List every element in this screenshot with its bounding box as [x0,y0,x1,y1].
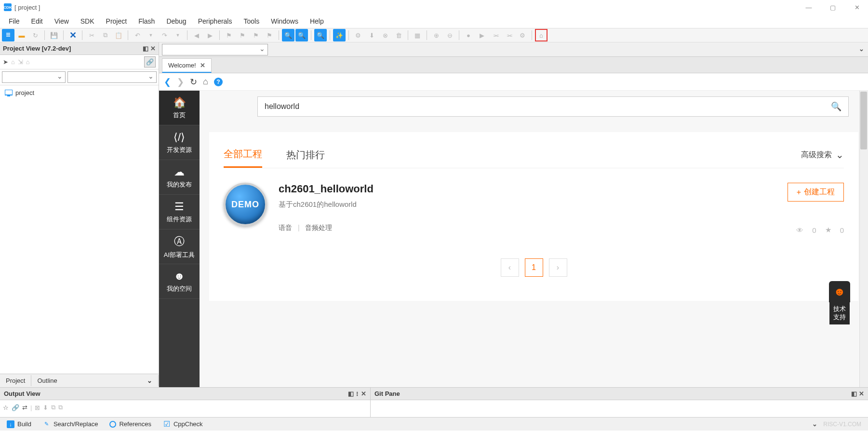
nav-refresh-icon[interactable]: ↻ [190,77,197,87]
git-close-icon[interactable]: ✕ [859,390,864,397]
collapse-tree-icon[interactable]: ⇲ [18,58,23,66]
status-tab-cppcheck[interactable]: ☑ CppCheck [158,419,208,430]
search-files-icon[interactable]: 🔍 [314,29,327,41]
tab-all-projects[interactable]: 全部工程 [224,142,262,168]
menu-tools[interactable]: Tools [239,15,264,27]
project-combo-1[interactable] [2,71,66,83]
output-pin-icon[interactable]: ⫶ [356,390,359,397]
minimize-button[interactable]: — [801,0,816,14]
circle-icon [109,421,116,428]
tab-project[interactable]: Project [0,375,31,386]
sidebar-item-ai-deploy[interactable]: Ⓐ AI部署工具 [159,229,200,264]
advanced-search-label: 高级搜索 [801,150,832,160]
close-window-button[interactable]: ✕ [850,0,864,14]
svg-rect-2 [7,95,10,96]
menu-windows[interactable]: Windows [266,15,303,27]
sidebar-item-home[interactable]: 🏠 首页 [159,91,200,125]
git-detach-icon[interactable]: ◧ [851,390,857,397]
project-view-toolbar: ➤ ⌂ ⇲ ⌂ 🔗 [0,55,159,69]
output-detach-icon[interactable]: ◧ [348,390,354,397]
status-tab-references[interactable]: References [105,419,156,429]
find-resource-icon[interactable]: 🔍 [295,29,308,41]
nav-back-icon[interactable]: ❮ [164,77,171,87]
menu-project[interactable]: Project [101,15,132,27]
nav-help-icon[interactable]: ? [214,78,223,86]
tab-outline[interactable]: Outline ⌄ [31,375,159,386]
menu-sdk[interactable]: SDK [76,15,99,27]
page-prev-button[interactable]: ‹ [501,258,519,277]
tech-support-float[interactable]: ☻ 技术 支持 [826,281,854,324]
close-all-icon[interactable]: ✕ [67,29,79,41]
menu-edit[interactable]: Edit [27,15,48,27]
zoom-out-icon: ⊖ [443,29,456,41]
cursor-icon[interactable]: ➤ [3,58,8,66]
output-wrap-icon[interactable]: ⇄ [22,404,27,411]
menu-debug[interactable]: Debug [161,15,191,27]
home-icon[interactable]: ⌂ [535,29,548,41]
new-file-icon[interactable] [2,29,14,41]
create-project-button[interactable]: + 创建工程 [788,183,844,202]
status-tab-build[interactable]: ↓ Build [2,419,36,430]
home-tree-icon[interactable]: ⌂ [11,58,15,66]
welcome-scrollbar[interactable] [859,91,868,387]
sidebar-item-dev-resources[interactable]: ⟨/⟩ 开发资源 [159,125,200,160]
maximize-button[interactable]: ▢ [826,0,840,14]
tab-popular[interactable]: 热门排行 [286,143,325,167]
status-tab-search[interactable]: ✎ Search/Replace [38,419,103,430]
result-title[interactable]: ch2601_helloworld [279,183,776,195]
output-clear-icon[interactable]: ⊠ [35,404,40,411]
menu-flash[interactable]: Flash [134,15,160,27]
project-view-title: Project View [v7.2-dev] [3,45,71,52]
open-folder-icon[interactable]: ▬ [15,29,28,41]
find-icon[interactable]: 🔍 [282,29,294,41]
welcome-content: 🔍 全部工程 热门排行 高级搜索 ⌄ DEMO [200,91,868,387]
record-icon: ● [462,29,475,41]
status-dropdown-icon[interactable]: ⌄ [812,420,817,428]
output-link-icon[interactable]: 🔗 [12,404,19,411]
nav-forward-icon: ▶ [204,29,216,41]
output-star-icon[interactable]: ☆ [3,404,9,411]
menu-view[interactable]: View [50,15,74,27]
nav-forward-icon[interactable]: ❯ [177,77,184,87]
bookmark-next-icon: ⚑ [250,29,262,41]
panel-close-icon[interactable]: ✕ [150,45,156,52]
copy-icon: ⧉ [99,29,111,41]
editor-collapse-icon[interactable]: ⌄ [859,45,864,53]
project-tree[interactable]: project [0,85,159,374]
search-input[interactable] [265,102,831,111]
page-next-button[interactable]: › [549,258,567,277]
tree-root-item[interactable]: project [3,88,156,97]
highlight-icon[interactable]: ✨ [333,29,346,41]
save-icon: 💾 [48,29,60,41]
result-tag-2[interactable]: 音频处理 [305,224,332,231]
menu-file[interactable]: File [4,15,25,27]
output-save-icon[interactable]: ⬇ [43,404,48,411]
panel-detach-icon[interactable]: ◧ [143,45,148,52]
menubar: File Edit View SDK Project Flash Debug P… [0,14,868,28]
star-count: 0 [840,226,844,234]
link-editor-icon[interactable]: 🔗 [144,56,156,67]
output-close-icon[interactable]: ✕ [361,390,366,397]
nav-home-icon[interactable]: ⌂ [203,77,208,87]
tab-welcome-close-icon[interactable]: ✕ [200,62,205,69]
tab-welcome[interactable]: Welcome! ✕ [162,58,212,73]
output-paste-icon[interactable]: ⧉ [58,404,63,411]
sidebar-item-components[interactable]: ☰ 组件资源 [159,195,200,229]
sidebar-item-my-space[interactable]: ☻ 我的空间 [159,264,200,299]
advanced-search[interactable]: 高级搜索 ⌄ [801,149,844,161]
editor-target-combo[interactable] [162,44,268,55]
page-1-button[interactable]: 1 [525,258,543,277]
git-pane-title: Git Pane [374,390,400,397]
goto-home-icon[interactable]: ⌂ [26,58,30,66]
sidebar-item-my-publish[interactable]: ☁ 我的发布 [159,160,200,195]
menu-peripherals[interactable]: Peripherals [193,15,237,27]
scrollbar-thumb[interactable] [860,92,867,149]
face-icon: ☻ [174,270,185,283]
result-tag-1[interactable]: 语音 [279,224,292,231]
search-icon[interactable]: 🔍 [831,101,841,112]
project-combo-2[interactable] [67,71,157,83]
monitor-icon [5,90,13,96]
output-copy-icon[interactable]: ⧉ [51,404,55,411]
menu-help[interactable]: Help [305,15,329,27]
nav-back-icon: ◀ [190,29,203,41]
